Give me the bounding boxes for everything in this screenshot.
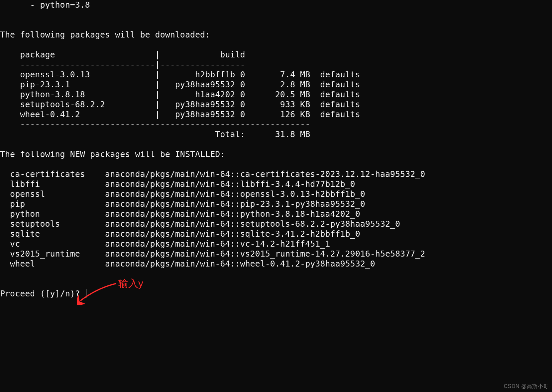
proceed-prompt[interactable]: Proceed ([y]/n)? — [0, 289, 85, 298]
terminal-output: - python=3.8 The following packages will… — [0, 0, 552, 299]
watermark: CSDN @高斯小哥 — [504, 383, 549, 390]
cursor[interactable] — [86, 289, 86, 298]
